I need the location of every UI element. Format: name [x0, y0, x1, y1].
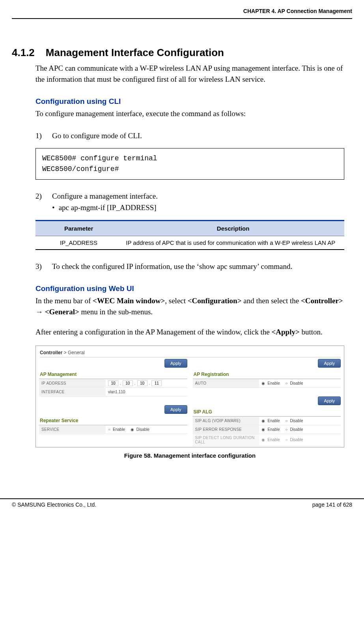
ip-address-value: ... [106, 379, 187, 387]
right-column: Apply AP Registration AUTO ◉Enable ○Disa… [193, 359, 341, 446]
step-2-number: 2) [35, 191, 45, 202]
chapter-header: CHAPTER 4. AP Connection Management [12, 8, 352, 14]
apply-button[interactable]: Apply [164, 405, 187, 414]
interface-label: INTERFACE [39, 388, 106, 396]
radio-icon[interactable]: ○ [285, 427, 287, 432]
table-row: IP_ADDRESS IP address of APC that is use… [35, 236, 344, 250]
sip-error-value: ◉Enable ○Disable [259, 426, 341, 432]
left-column: Apply AP Management IP ADDRESS ... INTER… [39, 359, 187, 446]
parameter-table: Parameter Description IP_ADDRESS IP addr… [35, 220, 344, 250]
sip-alg-value: ◉Enable ○Disable [259, 418, 341, 424]
footer-page-number: page 141 of 628 [312, 502, 352, 508]
sip-alg-label: SIP ALG (VOIP AWARE) [193, 417, 259, 425]
footer-copyright: © SAMSUNG Electronics Co., Ltd. [12, 502, 96, 508]
ip-octet-2[interactable] [123, 380, 133, 386]
step-2-text: Configure a management interface. [52, 191, 158, 202]
web-paragraph-2: After entering a configuration in the AP… [35, 327, 344, 338]
service-value: ○Enable ◉Disable [106, 426, 187, 432]
radio-icon[interactable]: ◉ [131, 427, 134, 432]
radio-icon[interactable]: ○ [285, 381, 287, 385]
service-label: SERVICE [39, 426, 106, 433]
step-1-text: Go to configure mode of CLI. [52, 130, 142, 141]
radio-icon[interactable]: ◉ [261, 419, 265, 423]
step-2-bullet: apc ap-mgmt-if [IP_ADDRESS] [59, 203, 157, 212]
code-block: WEC8500# configure terminal WEC8500/conf… [35, 148, 344, 180]
panel-sip-alg: SIP ALG [193, 407, 341, 417]
apply-button[interactable]: Apply [318, 396, 341, 405]
ip-octet-3[interactable] [137, 380, 147, 386]
step-1-number: 1) [35, 130, 45, 141]
radio-icon[interactable]: ○ [285, 438, 287, 442]
ip-octet-4[interactable] [151, 380, 162, 386]
panel-ap-management: AP Management [39, 369, 187, 379]
cli-heading: Configuration using CLI [35, 97, 344, 106]
radio-icon[interactable]: ◉ [261, 438, 265, 442]
radio-icon[interactable]: ○ [108, 427, 110, 432]
sip-long-call-label: SIP DETECT LONG DURATION CALL [193, 434, 259, 446]
bullet-dot-icon: • [52, 203, 55, 212]
table-cell-param: IP_ADDRESS [35, 236, 122, 250]
table-header-description: Description [122, 220, 344, 236]
apply-button[interactable]: Apply [164, 359, 187, 368]
radio-icon[interactable]: ◉ [261, 381, 265, 385]
step-3-number: 3) [35, 261, 45, 272]
auto-value: ◉Enable ○Disable [259, 380, 341, 386]
radio-icon[interactable]: ◉ [261, 427, 265, 432]
web-ui-screenshot: Controller > General Apply AP Management… [35, 346, 344, 447]
ip-address-label: IP ADDRESS [39, 379, 106, 387]
section-number: 4.1.2 [12, 47, 35, 59]
table-header-parameter: Parameter [35, 220, 122, 236]
page-footer: © SAMSUNG Electronics Co., Ltd. page 141… [0, 498, 364, 516]
ip-octet-1[interactable] [108, 380, 118, 386]
table-cell-desc: IP address of APC that is used for commu… [122, 236, 344, 250]
step-3-text: To check the configured IP information, … [52, 261, 292, 272]
section-title: Management Interface Configuration [46, 47, 224, 59]
intro-paragraph: The APC can communicate with a W-EP wire… [35, 63, 344, 85]
web-heading: Configuration using Web UI [35, 284, 344, 293]
panel-ap-registration: AP Registration [193, 369, 341, 379]
panel-repeater-service: Repeater Service [39, 415, 187, 425]
cli-intro: To configure management interface, execu… [35, 108, 344, 119]
radio-icon[interactable]: ○ [285, 419, 287, 423]
auto-label: AUTO [193, 379, 259, 387]
figure-caption: Figure 58. Management interface configur… [35, 452, 344, 459]
apply-button[interactable]: Apply [318, 359, 341, 368]
interface-value: vlan1.110 [106, 389, 187, 395]
breadcrumb: Controller > General [40, 350, 341, 357]
header-rule [12, 18, 352, 19]
web-paragraph-1: In the menu bar of <WEC Main window>, se… [35, 295, 344, 317]
sip-long-call-value: ◉Enable ○Disable [259, 437, 341, 443]
sip-error-label: SIP ERROR RESPONSE [193, 426, 259, 433]
